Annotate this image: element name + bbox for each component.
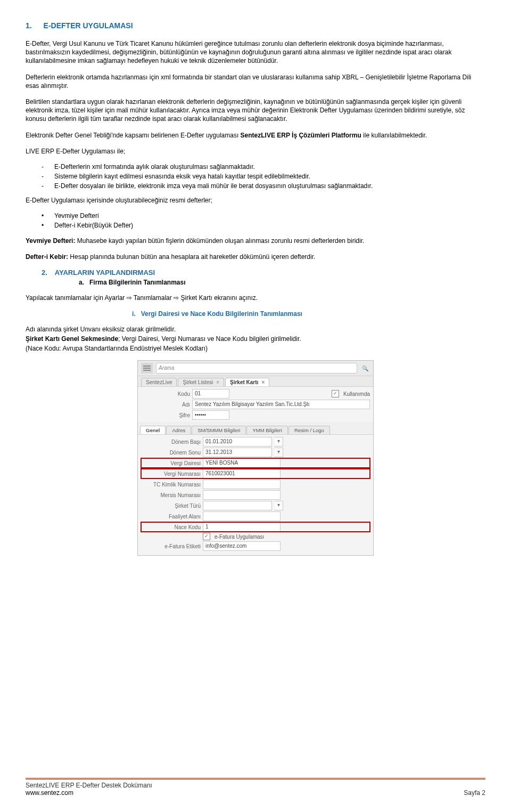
subtab-smmm[interactable]: SM/SMMM Bilgileri [192, 426, 246, 434]
subtab-ymm[interactable]: YMM Bilgileri [246, 426, 287, 434]
list-item: • Defter-i Kebir(Büyük Defter) [42, 222, 485, 229]
screenshot-wrapper: Arama 🔍 SentezLive Şirket Listesi× Şirke… [26, 360, 485, 556]
bullet-icon: • [42, 212, 54, 220]
page-footer: SentezLIVE ERP E-Defter Destek Dokümanı … [26, 778, 485, 803]
field-row-efatura-etiket: e-Fatura Etiketi info@sentez.com [141, 541, 370, 551]
field-row-adi: Adı Sentez Yazılım Bilgisayar Yazılım Sa… [141, 400, 370, 409]
paragraph: Defterlerin elektronik ortamda hazırlanm… [26, 73, 485, 90]
input-adi[interactable]: Sentez Yazılım Bilgisayar Yazılım San.Ti… [192, 400, 370, 409]
input-sifre[interactable]: •••••• [192, 410, 229, 420]
search-icon[interactable]: 🔍 [360, 366, 370, 371]
checkbox-efatura[interactable]: ✓ [203, 533, 210, 540]
input-vergi-dairesi[interactable]: YENİ BOSNA [203, 458, 281, 468]
dash-icon: - [42, 182, 54, 190]
input-donem-basi[interactable]: 01.01.2010 [203, 437, 272, 446]
dash-list: - E-Defterlerin xml formatında aylık ola… [26, 163, 485, 190]
paragraph: LIVE ERP E-Defter Uygulaması ile; [26, 147, 485, 156]
label-vergi-no: Vergi Numarası [141, 471, 201, 477]
arrow-icon: ⇨ [127, 294, 132, 302]
input-nace[interactable]: 1 [203, 522, 281, 532]
hi-title: Vergi Dairesi ve Nace Kodu Bilgilerinin … [141, 310, 302, 318]
field-row-turu: Şirket Türü ▾ [141, 501, 370, 510]
input-kodu[interactable]: 01 [192, 389, 229, 399]
label-adi: Adı [141, 402, 190, 408]
close-icon[interactable]: × [216, 379, 219, 385]
h2-title: AYARLARIN YAPILANDIRMASI [55, 269, 155, 277]
hi-number: i. [132, 310, 136, 318]
field-row-efatura-chk: ✓ e-Fatura Uygulaması [141, 533, 370, 540]
label-donem-sonu: Dönem Sonu [141, 450, 201, 456]
footer-link[interactable]: www.sentez.com [26, 789, 73, 797]
list-text: Defter-i Kebir(Büyük Defter) [54, 222, 133, 229]
bullet-list: • Yevmiye Defteri • Defter-i Kebir(Büyük… [26, 212, 485, 229]
field-row-vergi-dairesi: Vergi Dairesi YENİ BOSNA [141, 458, 370, 468]
label-efatura-etiket: e-Fatura Etiketi [141, 543, 201, 549]
input-vergi-no[interactable]: 7610023001 [203, 469, 281, 478]
h1-number: 1. [26, 21, 32, 30]
input-mersis[interactable] [203, 490, 281, 500]
paragraph: Yevmiye Defteri: Muhasebe kaydı yapılan … [26, 237, 485, 245]
tab-label: SentezLive [146, 379, 172, 385]
list-text: E-Defter dosyaları ile birlikte, elektro… [54, 182, 373, 190]
paragraph: Yapılacak tanımlamalar için Ayarlar ⇨ Ta… [26, 294, 485, 302]
label-kullanimda: Kullanımda [343, 391, 370, 397]
paragraph: E-Defter, Vergi Usul Kanunu ve Türk Tica… [26, 39, 485, 66]
h2-number: 2. [42, 269, 47, 277]
label-nace: Nace Kodu [141, 524, 201, 530]
bold-text: Defter-i Kebir: [26, 253, 68, 261]
field-row-tc: TC Kimlik Numarası [141, 480, 370, 489]
list-item: - E-Defter dosyaları ile birlikte, elekt… [42, 182, 485, 190]
checkbox-kullanimda[interactable]: ✓ [332, 390, 339, 397]
hamburger-icon[interactable] [141, 363, 153, 373]
input-tc[interactable] [203, 480, 281, 489]
input-turu[interactable] [203, 501, 272, 510]
field-row-sifre: Şifre •••••• [141, 410, 370, 420]
label-mersis: Mersis Numarası [141, 492, 201, 498]
input-faaliyet[interactable] [203, 511, 281, 521]
app-topbar: Arama 🔍 [138, 361, 373, 376]
dropdown-icon[interactable]: ▾ [274, 448, 283, 457]
tab-sirket-karti[interactable]: Şirket Kartı× [225, 378, 269, 386]
input-donem-sonu[interactable]: 31.12.2013 [203, 448, 272, 457]
heading-1: 1. E-DEFTER UYGULAMASI [26, 21, 485, 30]
text: Elektronik Defter Genel Tebliği'nde kaps… [26, 132, 241, 139]
heading-2: 2. AYARLARIN YAPILANDIRMASI [42, 269, 485, 277]
paragraph: Defter-i Kebir: Hesap planında bulunan b… [26, 253, 485, 261]
bold-text: SentezLIVE ERP İş Çözümleri Platformu [241, 132, 361, 139]
dropdown-icon[interactable]: ▾ [274, 437, 283, 446]
paragraph: Adı alanında şirket Unvanı eksiksiz olar… [26, 325, 485, 334]
field-row-vergi-no: Vergi Numarası 7610023001 [141, 469, 370, 478]
form-header: Kodu 01 ✓ Kullanımda Adı Sentez Yazılım … [138, 387, 373, 422]
dropdown-icon[interactable]: ▾ [274, 501, 283, 510]
list-item: • Yevmiye Defteri [42, 212, 485, 220]
input-efatura-etiket[interactable]: info@sentez.com [203, 541, 281, 551]
label-vergi-dairesi: Vergi Dairesi [141, 460, 201, 466]
subtab-adres[interactable]: Adres [166, 426, 191, 434]
bold-text: Şirket Kartı Genel Sekmesinde [26, 335, 118, 343]
dash-icon: - [42, 163, 54, 170]
list-item: - Sisteme bilgilerin kayıt edilmesi esna… [42, 173, 485, 180]
label-faaliyet: Faaliyet Alanı [141, 514, 201, 519]
text: Tanımlamalar [132, 294, 174, 302]
label-kodu: Kodu [141, 391, 190, 397]
field-row-nace: Nace Kodu 1 [141, 522, 370, 532]
tab-sirket-listesi[interactable]: Şirket Listesi× [178, 378, 224, 386]
field-row-mersis: Mersis Numarası [141, 490, 370, 500]
list-text: Sisteme bilgilerin kayıt edilmesi esnası… [54, 173, 310, 180]
field-row-donem-sonu: Dönem Sonu 31.12.2013 ▾ [141, 448, 370, 457]
subtab-resim[interactable]: Resim / Logo [289, 426, 330, 434]
sub-tabs: Genel Adres SM/SMMM Bilgileri YMM Bilgil… [138, 424, 373, 435]
close-icon[interactable]: × [261, 379, 265, 385]
field-row-kodu: Kodu 01 ✓ Kullanımda [141, 389, 370, 399]
tab-sentezlive[interactable]: SentezLive [141, 378, 177, 386]
page-body: 1. E-DEFTER UYGULAMASI E-Defter, Vergi U… [0, 0, 511, 778]
search-input[interactable]: Arama [156, 363, 357, 373]
footer-page: Sayfa 2 [464, 789, 485, 797]
label-turu: Şirket Türü [141, 503, 201, 509]
subtab-genel[interactable]: Genel [140, 426, 166, 434]
text: Hesap planında bulunan bütün ana hesapla… [68, 253, 315, 261]
arrow-icon: ⇨ [174, 294, 179, 302]
text: Muhasebe kaydı yapılan bütün fişlerin dö… [75, 237, 364, 245]
paragraph: Şirket Kartı Genel Sekmesinde; Vergi Dai… [26, 335, 485, 343]
label-sifre: Şifre [141, 412, 190, 418]
